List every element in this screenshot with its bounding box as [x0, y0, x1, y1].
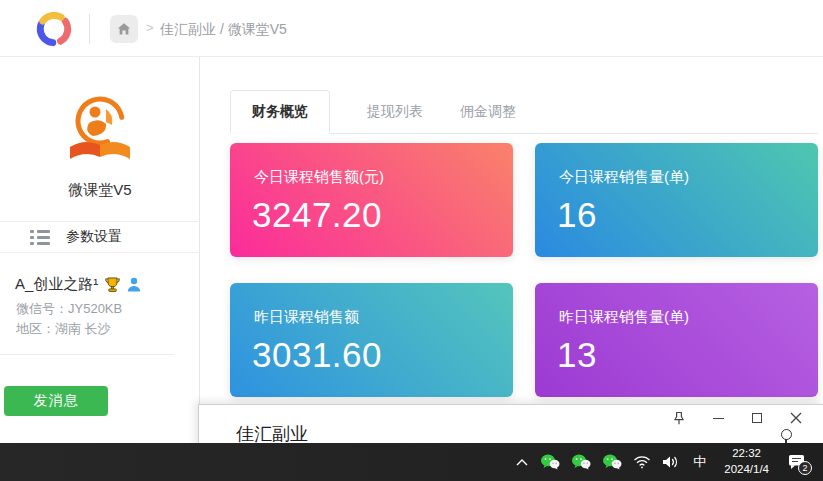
wechat-icon [602, 454, 622, 470]
app-name: 微课堂V5 [0, 181, 200, 200]
app-emblem-logo [62, 93, 138, 169]
stat-card-value: 3031.60 [252, 335, 382, 375]
stat-card-value: 16 [557, 195, 597, 235]
stat-card-label: 昨日课程销售额 [254, 308, 359, 327]
minimize-icon [713, 418, 724, 419]
search-icon[interactable] [781, 429, 792, 440]
top-header: > 佳汇副业 / 微课堂V5 [0, 0, 823, 57]
tab-bar: 财务概览 提现列表 佣金调整 [230, 90, 818, 134]
minimize-button[interactable] [709, 409, 727, 427]
wechat-icon [540, 454, 560, 470]
pin-icon [672, 411, 686, 426]
speaker-icon [662, 455, 679, 469]
volume-button[interactable] [662, 449, 679, 475]
notification-badge: 2 [798, 461, 812, 475]
tab-withdraw-list[interactable]: 提现列表 [367, 90, 423, 133]
user-nickname: A_创业之路¹ [15, 275, 98, 294]
stat-card-yesterday-sales-count: 昨日课程销售量(单) 13 [535, 283, 818, 397]
maximize-button[interactable] [748, 409, 766, 427]
notification-center-button[interactable]: 2 [784, 449, 810, 475]
stat-card-yesterday-sales-amount: 昨日课程销售额 3031.60 [230, 283, 513, 397]
tab-commission-adjust[interactable]: 佣金调整 [460, 90, 516, 133]
sidebar-item-settings[interactable]: 参数设置 [0, 221, 200, 253]
chevron-up-icon [515, 458, 529, 467]
pin-button[interactable] [670, 409, 688, 427]
taskbar: 中 22:32 2024/1/4 2 [0, 443, 823, 481]
network-button[interactable] [633, 449, 651, 475]
sidebar: 微课堂V5 参数设置 A_创业之路¹ 微信号：JY520KB 地区：湖 [0, 57, 200, 481]
stat-card-today-sales-count: 今日课程销售量(单) 16 [535, 143, 818, 257]
trophy-icon [104, 276, 121, 293]
screen: > 佳汇副业 / 微课堂V5 微课堂V5 参数设置 A_创业之路¹ [0, 0, 823, 481]
clock-time: 22:32 [724, 446, 769, 462]
stat-card-today-sales-amount: 今日课程销售额(元) 3247.20 [230, 143, 513, 257]
wifi-icon [633, 455, 651, 469]
taskbar-clock[interactable]: 22:32 2024/1/4 [720, 446, 773, 477]
sidebar-item-label: 参数设置 [66, 228, 122, 246]
clock-date: 2024/1/4 [724, 462, 769, 478]
close-button[interactable] [787, 409, 805, 427]
stat-card-label: 今日课程销售量(单) [559, 168, 689, 187]
header-divider [89, 14, 90, 44]
stat-card-label: 今日课程销售额(元) [254, 168, 384, 187]
contact-person-icon[interactable] [127, 277, 141, 292]
window-controls [670, 409, 805, 427]
wechat-tray-icon-2[interactable] [571, 449, 591, 475]
ime-indicator[interactable]: 中 [690, 449, 709, 475]
list-settings-icon [30, 230, 50, 245]
show-hidden-icons-button[interactable] [515, 449, 529, 475]
user-name-row: A_创业之路¹ [15, 275, 141, 294]
wechat-tray-icon-3[interactable] [602, 449, 622, 475]
stat-card-value: 13 [557, 335, 597, 375]
send-message-button[interactable]: 发消息 [4, 386, 108, 416]
user-region: 地区：湖南 长沙 [16, 320, 111, 338]
brand-swirl-logo [32, 7, 76, 51]
wechat-tray-icon-1[interactable] [540, 449, 560, 475]
stat-card-label: 昨日课程销售量(单) [559, 308, 689, 327]
maximize-icon [752, 413, 762, 423]
sidebar-divider [0, 354, 174, 355]
tab-finance-overview[interactable]: 财务概览 [230, 90, 330, 134]
breadcrumb-chevron: > [146, 20, 154, 35]
close-icon [790, 412, 802, 424]
home-button[interactable] [110, 15, 138, 43]
breadcrumb[interactable]: 佳汇副业 / 微课堂V5 [160, 21, 287, 39]
user-wechat-id: 微信号：JY520KB [16, 300, 122, 318]
home-icon [116, 21, 132, 37]
wechat-icon [571, 454, 591, 470]
stat-card-value: 3247.20 [252, 195, 382, 235]
